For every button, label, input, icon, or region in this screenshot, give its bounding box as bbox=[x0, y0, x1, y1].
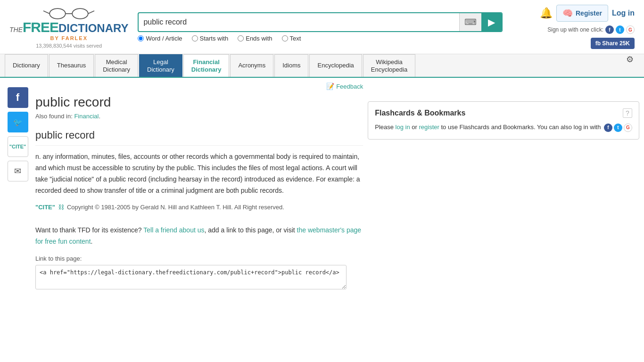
logo-glasses-icon bbox=[41, 5, 97, 19]
settings-icon[interactable]: ⚙ bbox=[620, 51, 639, 68]
option-word-article-label: Word / Article bbox=[146, 35, 182, 42]
cite-inline-link[interactable]: "CITE" bbox=[35, 204, 55, 211]
option-text-label: Text bbox=[290, 35, 301, 42]
entry-title: public record bbox=[35, 95, 363, 110]
auth-area: 🔔 🧠 Register Log in Sign up with one cli… bbox=[512, 5, 635, 49]
twitter-share-button[interactable]: 🐦 bbox=[8, 112, 28, 132]
also-found-period: . bbox=[99, 113, 100, 120]
logo: THEFREEDICTIONARY BY FARLEX bbox=[9, 5, 128, 41]
option-ends-with[interactable]: Ends with bbox=[238, 35, 272, 42]
visits-count: 13,398,830,544 visits served bbox=[36, 43, 102, 49]
flashcards-description: Please log in or register to use Flashca… bbox=[375, 123, 632, 132]
flashcards-suffix: to use Flashcards and Bookmarks. You can… bbox=[439, 123, 601, 131]
nav-bar: Dictionary Thesaurus MedicalDictionary L… bbox=[0, 54, 644, 78]
link-icon: ⛓ bbox=[58, 204, 64, 211]
tab-financial-dictionary[interactable]: FinancialDictionary bbox=[183, 54, 230, 77]
cite-copyright: Copyright © 1981-2005 by Gerald N. Hill … bbox=[67, 204, 284, 211]
search-options: Word / Article Starts with Ends with Tex… bbox=[138, 35, 503, 42]
link-code-textarea[interactable]: <a href="https://legal-dictionary.thefre… bbox=[35, 265, 347, 289]
logo-area: THEFREEDICTIONARY BY FARLEX 13,398,830,5… bbox=[9, 5, 128, 49]
flashcards-twitter-icon[interactable]: t bbox=[614, 123, 622, 132]
left-sidebar: f 🐦 "CITE" ✉ bbox=[5, 82, 31, 291]
tab-thesaurus[interactable]: Thesaurus bbox=[49, 54, 94, 77]
also-found-financial-link[interactable]: Financial bbox=[74, 113, 99, 120]
flashcards-title: Flashcards & Bookmarks bbox=[375, 109, 465, 117]
search-button[interactable]: ▶ bbox=[481, 13, 502, 31]
radio-ends-with[interactable] bbox=[238, 35, 244, 41]
feedback-bar: 📝 Feedback bbox=[35, 82, 363, 90]
tab-dictionary[interactable]: Dictionary bbox=[5, 54, 48, 77]
right-sidebar: Flashcards & Bookmarks ? Please log in o… bbox=[368, 82, 639, 291]
nav-settings[interactable]: ⚙ bbox=[620, 54, 639, 77]
keyboard-button[interactable]: ⌨ bbox=[459, 13, 481, 31]
also-found: Also found in: Financial. bbox=[35, 113, 363, 120]
flashcards-header: Flashcards & Bookmarks ? bbox=[375, 108, 632, 118]
tab-legal-dictionary[interactable]: LegalDictionary bbox=[139, 54, 182, 77]
tab-medical-dictionary[interactable]: MedicalDictionary bbox=[95, 54, 138, 77]
search-bar: ⌨ ▶ bbox=[138, 12, 503, 32]
option-ends-with-label: Ends with bbox=[246, 35, 272, 42]
tell-friend-link[interactable]: Tell a friend about us bbox=[143, 226, 204, 234]
register-button[interactable]: 🧠 Register bbox=[556, 5, 608, 22]
flashcards-widget: Flashcards & Bookmarks ? Please log in o… bbox=[368, 101, 639, 140]
flashcards-register-link[interactable]: register bbox=[419, 123, 439, 131]
flashcards-please: Please bbox=[375, 123, 395, 131]
google-signin-icon[interactable]: G bbox=[626, 25, 635, 34]
brain-icon: 🧠 bbox=[562, 8, 573, 18]
logo-dictionary: DICTIONARY bbox=[58, 22, 128, 35]
feedback-label: Feedback bbox=[336, 83, 363, 90]
content-area: 📝 Feedback public record Also found in: … bbox=[35, 82, 363, 291]
flashcards-facebook-icon[interactable]: f bbox=[604, 123, 612, 132]
cite-button[interactable]: "CITE" bbox=[8, 136, 28, 157]
link-to-page-label: Link to this page: bbox=[35, 255, 363, 262]
facebook-signin-icon[interactable]: f bbox=[605, 25, 614, 34]
search-input[interactable] bbox=[139, 18, 459, 26]
social-signin: Sign up with one click: f t G bbox=[547, 25, 635, 34]
bell-icon: 🔔 bbox=[540, 7, 553, 19]
cite-line: "CITE" ⛓ Copyright © 1981-2005 by Gerald… bbox=[35, 204, 363, 211]
login-button[interactable]: Log in bbox=[612, 9, 635, 17]
definition-heading: public record bbox=[35, 129, 363, 146]
definition-body: any information, minutes, files, account… bbox=[35, 153, 360, 194]
add-link-text: , add a link to this page, or visit bbox=[205, 226, 295, 234]
main-layout: f 🐦 "CITE" ✉ 📝 Feedback public record Al… bbox=[0, 78, 644, 296]
feedback-icon: 📝 bbox=[326, 82, 334, 90]
tab-acronyms[interactable]: Acronyms bbox=[230, 54, 273, 77]
tab-idioms[interactable]: Idioms bbox=[274, 54, 308, 77]
facebook-share-button[interactable]: f bbox=[8, 87, 28, 108]
tab-encyclopedia[interactable]: Encyclopedia bbox=[309, 54, 362, 77]
logo-free: FREE bbox=[23, 19, 58, 35]
svg-line-3 bbox=[43, 11, 50, 14]
option-word-article[interactable]: Word / Article bbox=[138, 35, 182, 42]
thank-you-section: Want to thank TFD for its existence? Tel… bbox=[35, 225, 363, 247]
radio-text[interactable] bbox=[282, 35, 288, 41]
svg-line-4 bbox=[88, 11, 94, 14]
also-found-prefix: Also found in: bbox=[35, 113, 73, 120]
flashcards-or: or bbox=[410, 123, 419, 131]
tab-wikipedia-encyclopedia[interactable]: WikipediaEncyclopedia bbox=[363, 54, 415, 77]
ending-period: . bbox=[91, 238, 93, 245]
header: THEFREEDICTIONARY BY FARLEX 13,398,830,5… bbox=[0, 0, 644, 54]
flashcards-help-button[interactable]: ? bbox=[623, 108, 632, 118]
thankyou-text: Want to thank TFD for its existence? bbox=[35, 226, 142, 234]
svg-point-1 bbox=[72, 8, 88, 19]
signin-prefix: Sign up with one click: bbox=[547, 26, 603, 33]
option-starts-with-label: Starts with bbox=[200, 35, 229, 42]
twitter-signin-icon[interactable]: t bbox=[616, 25, 624, 34]
option-text[interactable]: Text bbox=[282, 35, 301, 42]
logo-the: THE bbox=[9, 26, 23, 33]
definition-text: n. any information, minutes, files, acco… bbox=[35, 151, 363, 196]
option-starts-with[interactable]: Starts with bbox=[192, 35, 229, 42]
logo-byfarlex: BY FARLEX bbox=[50, 35, 88, 41]
flashcards-login-link[interactable]: log in bbox=[396, 123, 410, 131]
feedback-link[interactable]: 📝 Feedback bbox=[326, 82, 363, 90]
radio-starts-with[interactable] bbox=[192, 35, 198, 41]
definition-pos: n. bbox=[35, 153, 41, 160]
share-button[interactable]: fb Share 25K bbox=[591, 38, 635, 49]
flashcards-social-icons: f t G bbox=[604, 123, 632, 132]
register-label: Register bbox=[576, 9, 602, 17]
email-button[interactable]: ✉ bbox=[8, 161, 28, 181]
flashcards-google-icon[interactable]: G bbox=[624, 123, 632, 132]
radio-word-article[interactable] bbox=[138, 35, 144, 41]
search-area: ⌨ ▶ Word / Article Starts with Ends with… bbox=[138, 12, 503, 42]
